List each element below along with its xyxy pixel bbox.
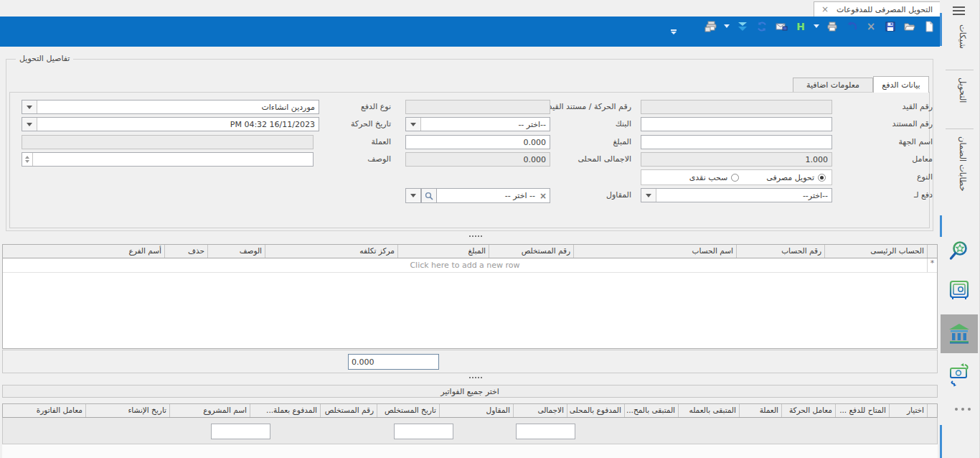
collapse-caret-icon[interactable] xyxy=(724,24,730,28)
refresh-icon[interactable] xyxy=(755,20,768,33)
column-header[interactable]: المتاح للدفع ... xyxy=(835,404,889,417)
column-header[interactable]: المتبقى بالعمله xyxy=(678,404,739,417)
hamburger-menu-icon[interactable] xyxy=(953,6,965,17)
label-description: الوصف xyxy=(367,154,391,164)
column-header[interactable]: اسم الحساب xyxy=(573,245,736,258)
tab-additional-info[interactable]: معلومات اضافية xyxy=(793,78,873,93)
radio-circle[interactable] xyxy=(731,174,739,182)
entry-number-field xyxy=(641,100,832,114)
horizontal-splitter[interactable] xyxy=(2,233,938,239)
search-icon[interactable] xyxy=(421,188,437,203)
row-indicator-header xyxy=(927,245,937,258)
send-mail-icon[interactable] xyxy=(775,20,788,33)
column-header[interactable]: الوصف xyxy=(207,245,265,258)
label-movement-date: تاريخ الحركة xyxy=(351,119,391,128)
sidebar-item-checks[interactable]: شيكات xyxy=(958,24,968,49)
sidebar-accent xyxy=(940,215,942,237)
column-header[interactable]: اسم المشروع xyxy=(169,404,250,417)
dropdown-button[interactable] xyxy=(22,101,37,113)
payment-type-combo[interactable]: موردين انشاءات xyxy=(22,100,319,114)
open-folder-icon[interactable] xyxy=(903,20,916,33)
movement-date-picker[interactable]: PM 04:32 16/11/2023 xyxy=(22,117,319,131)
new-document-icon[interactable] xyxy=(923,20,936,33)
total-amount-input[interactable]: 0.000 xyxy=(348,354,439,370)
accounts-grid-header: الحساب الرئيسىرقم الحساباسم الحسابرقم ال… xyxy=(3,245,937,258)
chevron-down-icon xyxy=(410,194,416,197)
more-dots-icon[interactable] xyxy=(955,408,971,411)
dropdown-button[interactable] xyxy=(405,188,421,203)
column-header[interactable]: معامل الفاتورة xyxy=(3,404,85,417)
column-header[interactable]: الاجمالى xyxy=(513,404,567,417)
total-row: 0.000 xyxy=(2,350,938,373)
radio-cash-withdrawal[interactable]: سحب نقدى xyxy=(689,173,740,182)
print-caret-icon[interactable] xyxy=(814,24,819,28)
column-header[interactable]: الحساب الرئيسى xyxy=(824,245,927,258)
search-star-icon[interactable] xyxy=(947,238,971,266)
invoices-filter-row xyxy=(2,418,938,444)
grid2-body-area xyxy=(2,444,938,458)
save-icon[interactable] xyxy=(884,20,897,33)
column-header[interactable]: تاريخ المستخلص xyxy=(377,404,439,417)
label-rate: معامل xyxy=(912,154,933,164)
column-header[interactable]: المدفوع بعملة... xyxy=(250,404,320,417)
document-tab-title: التحويل المصرفى للمدفوعات xyxy=(836,5,933,14)
grid2-filter-input-2[interactable] xyxy=(394,424,453,439)
column-header[interactable]: تاريخ الإنشاء xyxy=(85,404,169,417)
grid2-filter-input-3[interactable] xyxy=(516,424,575,439)
contractor-search-combo[interactable]: -- اختر -- × xyxy=(405,188,550,203)
overflow-icon[interactable] xyxy=(667,25,680,38)
dropdown-button[interactable] xyxy=(641,189,656,202)
pay-to-combo[interactable]: --اختر-- xyxy=(641,188,832,202)
add-new-row[interactable]: * Click here to add a new row xyxy=(3,258,937,273)
column-header[interactable]: رقم المستخلص xyxy=(320,404,377,417)
select-all-invoices-bar[interactable]: اختر جميع الفواتير xyxy=(2,385,938,398)
sidebar-item-guarantee-letters[interactable]: خطابات الضمان xyxy=(958,136,968,192)
money-transfer-icon[interactable] xyxy=(947,360,971,388)
label-entity-name: اسم الجهة xyxy=(898,137,933,146)
document-tab[interactable]: التحويل المصرفى للمدفوعات × xyxy=(814,1,941,17)
radio-bank-transfer[interactable]: تحويل مصرفى xyxy=(766,173,826,182)
label-entry-number: رقم القيد xyxy=(903,102,933,111)
collapse-double-down-icon[interactable] xyxy=(736,20,749,33)
column-header[interactable]: اختيار xyxy=(889,404,927,417)
undo-icon[interactable] xyxy=(845,20,858,33)
horizontal-splitter[interactable] xyxy=(2,375,938,380)
attachments-icon[interactable]: H xyxy=(794,20,807,33)
description-input[interactable] xyxy=(22,152,314,167)
add-row-text[interactable]: Click here to add a new row xyxy=(3,258,927,272)
dropdown-button[interactable] xyxy=(22,118,37,131)
delete-icon[interactable]: × xyxy=(864,20,877,33)
sidebar-item-transfer[interactable]: التحويل xyxy=(958,78,968,103)
chevron-down-icon xyxy=(27,106,32,109)
column-header[interactable]: المقاول xyxy=(439,404,513,417)
contractor-value[interactable]: -- اختر -- × xyxy=(437,188,550,203)
grid2-filter-input-1[interactable] xyxy=(211,424,270,439)
column-header[interactable]: المدفوع بالمحلى xyxy=(567,404,624,417)
column-header[interactable]: رقم الحساب xyxy=(736,245,824,258)
column-header[interactable]: العملة xyxy=(739,404,781,417)
spinner-buttons[interactable] xyxy=(22,153,33,166)
vault-icon[interactable] xyxy=(947,277,971,304)
print-preview-icon[interactable] xyxy=(705,20,717,33)
groupbox-caption: تفاصيل التحويل xyxy=(16,54,73,63)
column-header[interactable]: حذف xyxy=(164,245,207,258)
column-header[interactable]: المتبقى بالمح... xyxy=(624,404,678,417)
radio-circle[interactable] xyxy=(818,174,826,182)
label-local-total: الاجمالى المحلى xyxy=(578,154,631,164)
bank-combo[interactable]: --اختر -- xyxy=(405,117,550,131)
clear-icon[interactable]: × xyxy=(540,191,547,201)
dropdown-button[interactable] xyxy=(406,118,421,131)
column-header[interactable]: معامل الحركة xyxy=(781,404,835,417)
document-number-input[interactable] xyxy=(641,117,832,131)
print-icon[interactable] xyxy=(826,20,839,33)
bank-icon[interactable] xyxy=(941,314,978,353)
column-header[interactable]: المبلغ xyxy=(397,245,489,258)
entity-name-input[interactable] xyxy=(641,135,832,149)
tab-payment-data[interactable]: بيانات الدفع xyxy=(873,76,929,93)
column-header[interactable]: مركز تكلفه xyxy=(265,245,397,258)
sidebar-divider xyxy=(946,128,974,129)
close-icon[interactable]: × xyxy=(821,5,829,14)
column-header[interactable]: أسم الفرع xyxy=(3,245,164,258)
amount-input[interactable]: 0.000 xyxy=(405,135,550,149)
column-header[interactable]: رقم المستخلص xyxy=(489,245,573,258)
